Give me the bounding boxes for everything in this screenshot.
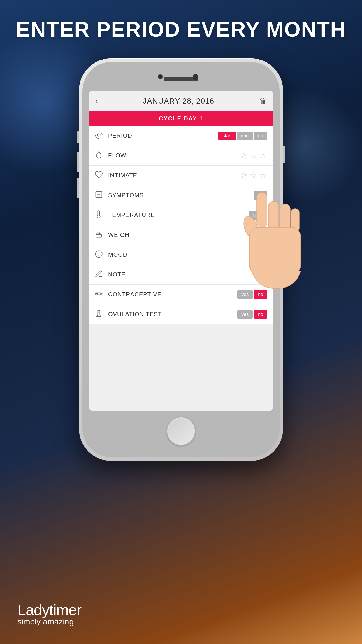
volume-up-button — [77, 152, 79, 172]
back-button[interactable]: ‹ — [95, 96, 98, 106]
svg-point-4 — [95, 251, 102, 257]
symptoms-controls: no — [254, 191, 267, 200]
mood-chevron[interactable]: › — [265, 251, 267, 258]
svg-point-2 — [98, 232, 100, 234]
app-header: ‹ JANUARY 28, 2016 🗑 — [89, 91, 273, 111]
svg-point-8 — [96, 293, 97, 294]
symptoms-row: SYMPTOMS no — [89, 186, 273, 205]
phone-inner-shell: ‹ JANUARY 28, 2016 🗑 CYCLE DAY 1 PERIOD … — [82, 62, 280, 457]
cycle-icon — [95, 131, 105, 141]
contraceptive-label: CONTRACEPTIVE — [108, 291, 237, 298]
weight-label: WEIGHT — [108, 232, 249, 238]
volume-down-button — [77, 178, 79, 198]
intimate-controls: ☆ ☆ ☆ — [240, 171, 267, 180]
flow-controls: ☆ ☆ ☆ — [240, 151, 267, 160]
weight-controls: no › — [249, 231, 267, 239]
logo-tagline: simply amazing — [17, 617, 81, 626]
symptoms-no-button[interactable]: no — [254, 191, 267, 200]
delete-button[interactable]: 🗑 — [259, 97, 267, 106]
ovulation-row: OVULATION TEST yes no — [89, 304, 273, 324]
medical-icon — [95, 190, 105, 200]
temperature-controls: no › — [249, 211, 267, 220]
temperature-no-button[interactable]: no — [249, 211, 263, 220]
phone-screen: ‹ JANUARY 28, 2016 🗑 CYCLE DAY 1 PERIOD … — [89, 91, 273, 411]
cycle-day-bar: CYCLE DAY 1 — [89, 111, 273, 126]
note-label: NOTE — [108, 271, 216, 278]
thermometer-icon — [95, 210, 105, 220]
svg-point-9 — [101, 293, 102, 294]
period-controls: start end no — [218, 132, 267, 140]
mood-label: MOOD — [108, 251, 249, 258]
intimate-star-3[interactable]: ☆ — [259, 171, 267, 180]
note-chevron[interactable]: › — [265, 271, 267, 278]
ovulation-no-button[interactable]: no — [254, 310, 267, 319]
logo-name: Ladytimer — [17, 601, 81, 619]
intimate-label: INTIMATE — [108, 172, 240, 179]
mood-icon — [95, 250, 105, 260]
contraceptive-yes-button[interactable]: yes — [237, 290, 253, 299]
period-label: PERIOD — [108, 132, 218, 139]
page-title: ENTER PERIOD EVERY MONTH — [0, 18, 362, 41]
flow-star-1[interactable]: ☆ — [240, 151, 247, 160]
note-icon — [95, 270, 105, 280]
ovulation-label: OVULATION TEST — [108, 311, 237, 318]
front-camera — [158, 74, 163, 79]
period-no-button[interactable]: no — [254, 132, 267, 140]
phone-device: ‹ JANUARY 28, 2016 🗑 CYCLE DAY 1 PERIOD … — [79, 58, 283, 461]
flow-star-2[interactable]: ☆ — [250, 151, 257, 160]
phone-outer-shell: ‹ JANUARY 28, 2016 🗑 CYCLE DAY 1 PERIOD … — [79, 58, 283, 461]
ovulation-controls: yes no — [237, 310, 267, 319]
weight-chevron[interactable]: › — [265, 232, 267, 238]
flow-row: FLOW ☆ ☆ ☆ — [89, 146, 273, 166]
ovulation-yes-button[interactable]: yes — [237, 310, 253, 319]
note-input-field[interactable] — [216, 269, 262, 280]
camera-dot — [193, 74, 198, 80]
mood-no-button[interactable]: no — [249, 251, 263, 259]
heart-icon — [95, 171, 105, 181]
temperature-chevron[interactable]: › — [265, 212, 267, 218]
weight-no-button[interactable]: no — [249, 231, 263, 239]
contraceptive-no-button[interactable]: no — [254, 290, 267, 299]
period-start-button[interactable]: start — [218, 132, 236, 140]
test-icon — [95, 309, 105, 319]
mood-row: MOOD no › — [89, 245, 273, 265]
flow-star-3[interactable]: ☆ — [259, 151, 267, 160]
period-row: PERIOD start end no — [89, 126, 273, 146]
logo-bold: Lady — [17, 601, 49, 618]
note-row: NOTE › — [89, 265, 273, 285]
period-end-button[interactable]: end — [237, 132, 253, 140]
intimate-star-2[interactable]: ☆ — [250, 171, 257, 180]
flow-label: FLOW — [108, 152, 240, 159]
weight-row: WEIGHT no › — [89, 225, 273, 245]
logo-light: timer — [49, 601, 82, 618]
intimate-star-1[interactable]: ☆ — [240, 171, 247, 180]
mood-controls: no › — [249, 251, 267, 259]
symptoms-label: SYMPTOMS — [108, 192, 254, 199]
cycle-day-label: CYCLE DAY 1 — [159, 115, 203, 122]
brand-logo: Ladytimer simply amazing — [17, 601, 81, 626]
date-title: JANUARY 28, 2016 — [143, 97, 214, 106]
weight-icon — [95, 230, 105, 240]
svg-point-0 — [97, 134, 100, 136]
pill-icon — [95, 290, 105, 300]
note-controls: › — [216, 269, 267, 280]
contraceptive-controls: yes no — [237, 290, 267, 299]
power-button — [283, 146, 285, 163]
temperature-row: TEMPERATURE no › — [89, 205, 273, 225]
home-button[interactable] — [166, 416, 196, 446]
temperature-label: TEMPERATURE — [108, 212, 249, 218]
intimate-row: INTIMATE ☆ ☆ ☆ — [89, 166, 273, 186]
contraceptive-row: CONTRACEPTIVE yes no — [89, 285, 273, 304]
drop-icon — [95, 151, 105, 161]
silent-switch — [77, 131, 79, 143]
